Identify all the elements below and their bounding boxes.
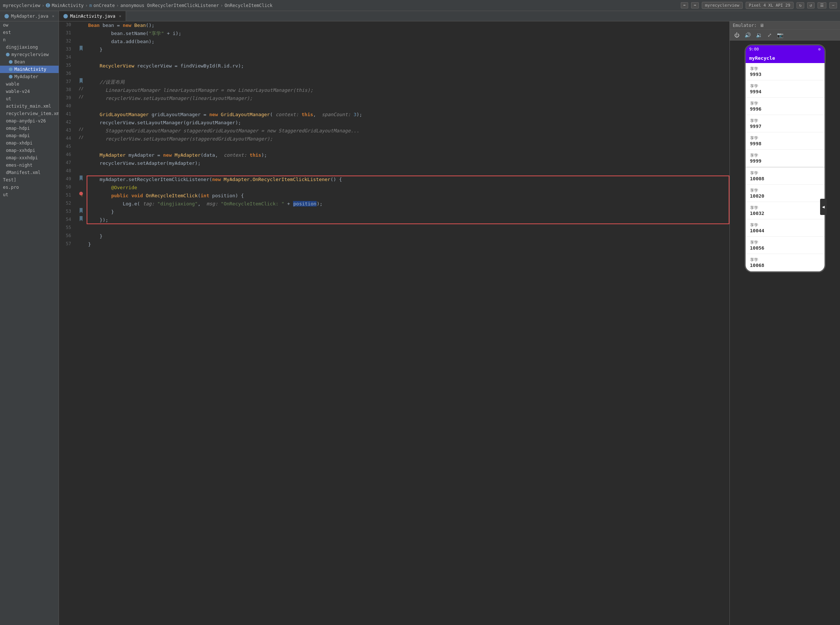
sidebar-item-es-pro[interactable]: es.pro: [0, 183, 59, 191]
sidebar-item-activity-xml[interactable]: activity_main.xml: [0, 103, 59, 110]
line-content-35: RecyclerView recyclerView = findViewById…: [87, 62, 730, 70]
list-item-10[interactable]: 享学 10056: [746, 237, 824, 254]
sidebar-item-wable[interactable]: wable: [0, 80, 59, 88]
screenshot-btn[interactable]: 📷: [775, 31, 785, 39]
item-num-8: 10032: [750, 211, 820, 216]
bookmark-icon: [79, 46, 84, 51]
sidebar-item-omap-hdpi[interactable]: omap-hdpi: [0, 124, 59, 132]
line-content-47: recyclerView.setAdapter(myAdapter);: [87, 159, 730, 167]
bookmark49-icon: [79, 176, 84, 181]
sidebar-item-n[interactable]: n: [0, 36, 59, 44]
list-item-3[interactable]: 享学 9997: [746, 115, 824, 132]
tab-mainactivity[interactable]: MainActivity.java ✕: [59, 11, 126, 21]
sidebar-item-omap-xhdpi[interactable]: omap-xhdpi: [0, 139, 59, 147]
line-num-52: 52: [59, 200, 76, 206]
line-content-42: recyclerView.setLayoutManager(gridLayout…: [87, 119, 730, 127]
line-content-43: StaggeredGridLayoutManager staggeredGrid…: [87, 127, 730, 135]
emulator-header: Emulator: 🖥: [730, 22, 840, 30]
sidebar-item-emes-night[interactable]: emes-night: [0, 162, 59, 169]
sidebar-item-dingjiaxiong[interactable]: dingjiaxiong: [0, 44, 59, 51]
list-item-8[interactable]: 享学 10032: [746, 202, 824, 219]
line-num-37: 37: [59, 78, 76, 84]
code-editor[interactable]: 30 Bean bean = new Bean(); 31 bean.setNa…: [59, 22, 730, 625]
nav-fwd-btn[interactable]: ➡: [691, 2, 699, 8]
breadcrumb-class[interactable]: 🅒 MainActivity: [46, 3, 84, 8]
line-content-40: [87, 103, 730, 110]
sidebar-item-myrecyclerview[interactable]: myrecyclerview: [0, 51, 59, 58]
tab-mainactivity-close[interactable]: ✕: [119, 14, 121, 18]
item-label-6: 享学: [750, 170, 820, 176]
volume-up-btn[interactable]: 🔊: [743, 31, 752, 39]
sidebar-label-recyclerview-xml: recyclerview_item.xml: [6, 111, 59, 116]
line-num-31: 31: [59, 30, 76, 36]
list-item-5[interactable]: 享学 9999: [746, 150, 824, 167]
item-label-1: 享学: [750, 83, 820, 89]
rotate-btn[interactable]: ⤢: [766, 31, 773, 39]
emulator-label: Emulator:: [733, 23, 757, 28]
breadcrumb-method[interactable]: m onCreate: [89, 3, 115, 8]
code-line-34: 34: [59, 54, 730, 62]
tab-myadapter-close[interactable]: ✕: [52, 14, 54, 18]
list-item-6[interactable]: 享学 10008: [746, 167, 824, 185]
list-item-0[interactable]: 享学 9993: [746, 63, 824, 80]
item-label-4: 享学: [750, 135, 820, 141]
code-container: 30 Bean bean = new Bean(); 31 bean.setNa…: [59, 22, 730, 249]
svg-marker-1: [80, 78, 82, 83]
sidebar-label-omap-xxxhdpi: omap-xxxhdpi: [6, 155, 38, 160]
sidebar-item-omap-xxxhdpi[interactable]: omap-xxxhdpi: [0, 154, 59, 162]
breadcrumb-click-method[interactable]: OnRecycleItemClick: [225, 3, 272, 8]
item-num-5: 9999: [750, 158, 820, 164]
power-btn[interactable]: ⏻: [733, 31, 741, 39]
phone-time: 9:00: [749, 47, 759, 51]
sidebar-item-mainactivity[interactable]: MainActivity: [0, 65, 59, 73]
sidebar-item-bean[interactable]: Bean: [0, 58, 59, 65]
device-badge[interactable]: myrecyclerview: [702, 2, 743, 9]
svg-marker-0: [80, 46, 82, 51]
sidebar-item-ut[interactable]: ut: [0, 95, 59, 103]
refresh2-btn[interactable]: ↺: [807, 2, 815, 8]
sidebar-item-ow[interactable]: ow: [0, 22, 59, 29]
phone-title-bar: myRecycle: [746, 53, 824, 63]
sidebar-item-est[interactable]: est: [0, 29, 59, 36]
sidebar-item-omap-anydpi[interactable]: omap-anydpi-v26: [0, 117, 59, 124]
sidebar-label-myrecyclerview: myrecyclerview: [11, 52, 49, 57]
sidebar-item-omap-mdpi[interactable]: omap-mdpi: [0, 132, 59, 139]
code-line-51: 51 ↑ public void OnRecycleItemClick(int …: [59, 192, 730, 200]
item-label-8: 享学: [750, 205, 820, 211]
nav-back-btn[interactable]: ⬅: [681, 2, 688, 8]
phone-nav-arrow[interactable]: ◀: [820, 199, 826, 215]
breadcrumb-project[interactable]: myrecyclerview: [3, 3, 40, 8]
phone-status-icon: ⊙: [818, 47, 821, 51]
sidebar-item-ut2[interactable]: ut: [0, 191, 59, 198]
list-item-9[interactable]: 享学 10044: [746, 219, 824, 237]
menu-btn[interactable]: ☰: [818, 2, 826, 8]
breadcrumb-anon[interactable]: anonymous OnRecyclerItemClickListener: [121, 3, 219, 8]
minus-btn[interactable]: −: [829, 2, 837, 8]
list-item-4[interactable]: 享学 9998: [746, 132, 824, 150]
list-item-2[interactable]: 享学 9996: [746, 98, 824, 115]
tab-myadapter[interactable]: MyAdapter.java ✕: [0, 11, 59, 21]
emulator-controls: ⏻ 🔊 🔉 ⤢ 📷: [730, 30, 840, 40]
list-item-11[interactable]: 享学 10068: [746, 254, 824, 271]
sidebar-item-recyclerview-xml[interactable]: recyclerview_item.xml: [0, 110, 59, 117]
list-item-1[interactable]: 享学 9994: [746, 80, 824, 98]
line-num-43: 43: [59, 127, 76, 133]
line-content-51: public void OnRecycleItemClick(int posit…: [87, 192, 730, 200]
code-line-57: 57 }: [59, 240, 730, 249]
line-content-39: recyclerView.setLayoutManager(linearLayo…: [87, 95, 730, 103]
sidebar-item-test[interactable]: Test]: [0, 176, 59, 183]
sidebar-item-omap-xxhdpi[interactable]: omap-xxhdpi: [0, 147, 59, 154]
line-content-57: }: [87, 240, 730, 249]
volume-down-btn[interactable]: 🔉: [755, 31, 764, 39]
gutter-38: //: [76, 86, 87, 91]
sidebar-item-myadapter[interactable]: MyAdapter: [0, 73, 59, 80]
gutter-37: [76, 78, 87, 83]
sidebar-item-manifest[interactable]: dManifest.xml: [0, 169, 59, 176]
refresh-btn[interactable]: ↻: [797, 2, 804, 8]
breadcrumb-anon-label: anonymous OnRecyclerItemClickListener: [121, 3, 219, 8]
svg-marker-3: [80, 208, 82, 213]
list-item-7[interactable]: 享学 10020: [746, 185, 824, 202]
sidebar-label-mainactivity: MainActivity: [14, 67, 47, 72]
sidebar: ow est n dingjiaxiong myrecyclerview Bea…: [0, 22, 59, 625]
sidebar-item-wable-v24[interactable]: wable-v24: [0, 88, 59, 95]
